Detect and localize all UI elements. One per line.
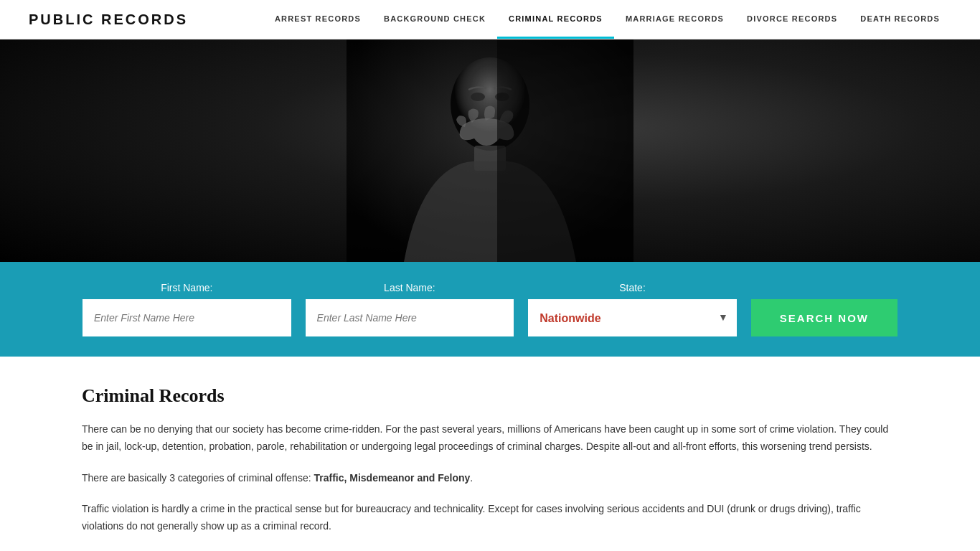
paragraph-2-suffix: . — [470, 472, 473, 484]
header: PUBLIC RECORDS ARREST RECORDS BACKGROUND… — [0, 0, 980, 39]
nav-marriage-records[interactable]: MARRIAGE RECORDS — [614, 0, 735, 39]
page-title: Criminal Records — [82, 385, 898, 407]
paragraph-1: There can be no denying that our society… — [82, 421, 898, 456]
paragraph-3: Traffic violation is hardly a crime in t… — [82, 501, 898, 535]
state-select[interactable]: NationwideAlabamaAlaskaArizonaArkansasCa… — [528, 299, 737, 336]
hero-image — [347, 39, 633, 262]
first-name-label: First Name: — [83, 282, 291, 293]
first-name-field: First Name: — [83, 282, 291, 336]
search-now-button[interactable]: SEARCH NOW — [751, 299, 897, 336]
search-section: First Name: Last Name: State: Nationwide… — [0, 262, 980, 357]
last-name-field: Last Name: — [306, 282, 514, 336]
site-logo[interactable]: PUBLIC RECORDS — [29, 11, 188, 28]
nav-arrest-records[interactable]: ARREST RECORDS — [263, 0, 372, 39]
state-select-wrapper: NationwideAlabamaAlaskaArizonaArkansasCa… — [528, 299, 737, 336]
first-name-input[interactable] — [83, 299, 291, 336]
state-label: State: — [528, 282, 737, 293]
nav-criminal-records[interactable]: CRIMINAL RECORDS — [497, 0, 614, 39]
svg-rect-5 — [497, 39, 633, 262]
last-name-label: Last Name: — [306, 282, 514, 293]
state-field: State: NationwideAlabamaAlaskaArizonaArk… — [528, 282, 737, 336]
paragraph-2: There are basically 3 categories of crim… — [82, 470, 898, 487]
last-name-input[interactable] — [306, 299, 514, 336]
nav-divorce-records[interactable]: DIVORCE RECORDS — [735, 0, 849, 39]
nav-background-check[interactable]: BACKGROUND CHECK — [372, 0, 497, 39]
paragraph-2-prefix: There are basically 3 categories of crim… — [82, 472, 314, 484]
main-nav: ARREST RECORDS BACKGROUND CHECK CRIMINAL… — [263, 0, 951, 39]
main-content: Criminal Records There can be no denying… — [0, 357, 980, 551]
paragraph-2-bold: Traffic, Misdemeanor and Felony — [314, 472, 470, 484]
svg-point-3 — [471, 93, 485, 101]
nav-death-records[interactable]: DEATH RECORDS — [849, 0, 951, 39]
hero-section — [0, 39, 980, 262]
